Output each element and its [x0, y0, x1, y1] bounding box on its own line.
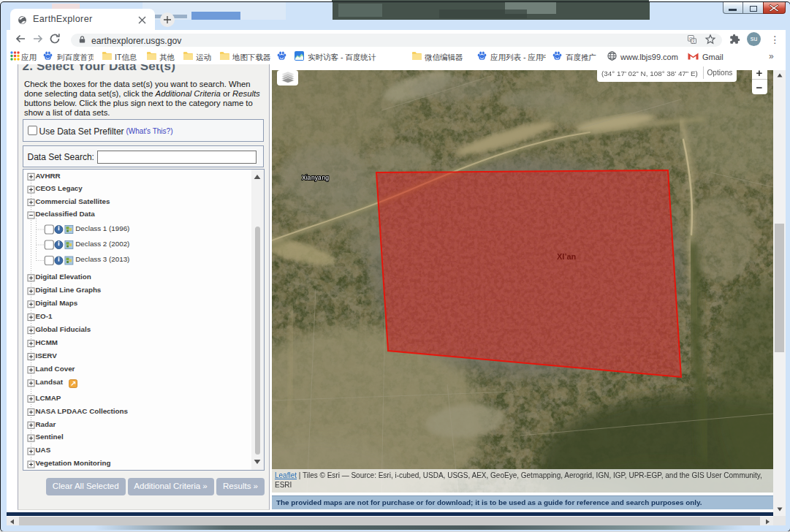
svg-text:XIʼan: XIʼan: [557, 252, 577, 261]
svg-text:文: 文: [691, 39, 696, 43]
svg-text:Xia nya ng: Xia nya ng: [302, 174, 329, 181]
